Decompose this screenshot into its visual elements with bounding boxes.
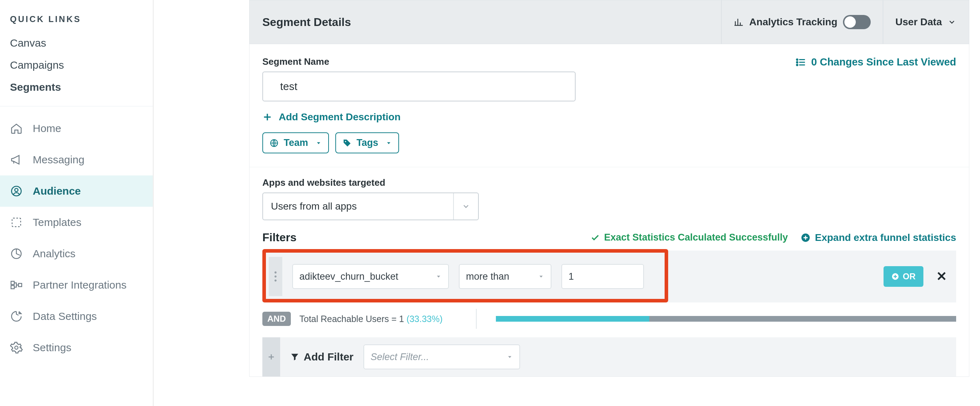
remove-filter-button[interactable]: ✕: [933, 269, 950, 284]
svg-point-15: [274, 275, 277, 278]
tags-dropdown[interactable]: Tags: [335, 132, 399, 153]
nav-analytics[interactable]: Analytics: [0, 238, 153, 270]
primary-nav: Home Messaging Audience Templates Analyt…: [0, 113, 153, 363]
nav-messaging[interactable]: Messaging: [0, 144, 153, 175]
filter-operator-select[interactable]: more than: [459, 264, 551, 289]
team-dropdown[interactable]: Team: [262, 132, 329, 153]
reach-percent: (33.33%): [407, 314, 442, 324]
nav-audience-label: Audience: [33, 185, 81, 197]
toggle-switch[interactable]: [843, 15, 871, 29]
filter-value-input[interactable]: [562, 264, 644, 289]
add-filter-row: Add Filter Select Filter...: [262, 337, 956, 376]
svg-point-7: [15, 346, 18, 349]
apps-targeted-caret[interactable]: [453, 193, 478, 220]
caret-down-icon: [507, 354, 513, 360]
changes-since-viewed-text: 0 Changes Since Last Viewed: [811, 56, 956, 68]
tag-icon: [342, 138, 352, 147]
nav-audience[interactable]: Audience: [0, 175, 153, 207]
add-filter-text: Add Filter: [304, 351, 353, 363]
expand-funnel-stats-text: Expand extra funnel statistics: [815, 232, 956, 243]
filter-attribute-select[interactable]: adikteev_churn_bucket: [292, 264, 449, 289]
nav-home[interactable]: Home: [0, 113, 153, 144]
changes-since-viewed-link[interactable]: 0 Changes Since Last Viewed: [795, 56, 956, 68]
add-filter-placeholder: Select Filter...: [371, 352, 429, 363]
plus-icon: [262, 112, 272, 122]
plus-circle-icon: [891, 273, 899, 281]
globe-icon: [269, 138, 279, 147]
add-segment-description-label: Add Segment Description: [279, 111, 401, 123]
nav-templates[interactable]: Templates: [0, 207, 153, 238]
analytics-icon: [10, 247, 23, 260]
stats-status-text: Exact Statistics Calculated Successfully: [604, 232, 788, 243]
nav-settings-label: Settings: [33, 342, 71, 354]
user-data-dropdown[interactable]: User Data: [895, 16, 956, 28]
svg-rect-2: [12, 218, 21, 227]
caret-down-icon: [538, 273, 544, 280]
svg-rect-5: [11, 286, 14, 289]
add-segment-description-button[interactable]: Add Segment Description: [262, 111, 401, 123]
reach-bar: [496, 316, 956, 322]
data-settings-icon: [10, 310, 23, 323]
svg-point-1: [15, 189, 18, 192]
reach-bar-fill: [496, 316, 649, 322]
templates-icon: [10, 216, 23, 229]
sidebar: QUICK LINKS Canvas Campaigns Segments Ho…: [0, 0, 154, 406]
and-badge: AND: [262, 312, 291, 326]
filter-attribute-value: adikteev_churn_bucket: [299, 271, 398, 282]
svg-point-12: [345, 141, 346, 142]
add-or-button[interactable]: OR: [883, 266, 923, 287]
stats-status: Exact Statistics Calculated Successfully: [590, 232, 788, 243]
nav-data-settings[interactable]: Data Settings: [0, 301, 153, 332]
and-stats-row: AND Total Reachable Users = 1 (33.33%): [262, 309, 956, 329]
audience-icon: [10, 185, 23, 197]
funnel-icon: [290, 352, 299, 362]
list-icon: [795, 57, 806, 68]
svg-point-10: [796, 64, 798, 65]
chevron-down-icon: [462, 202, 470, 211]
svg-rect-6: [19, 284, 22, 287]
quick-link-segments[interactable]: Segments: [0, 76, 153, 98]
svg-rect-4: [11, 281, 14, 285]
segment-name-input[interactable]: [262, 71, 576, 102]
svg-point-14: [274, 271, 277, 274]
add-filter-tile[interactable]: [262, 337, 280, 376]
analytics-tracking-toggle[interactable]: Analytics Tracking: [733, 15, 871, 29]
plus-circle-icon: [800, 233, 811, 243]
svg-point-9: [796, 62, 798, 63]
header-bar: Segment Details Analytics Tracking User …: [249, 0, 969, 44]
quick-link-campaigns[interactable]: Campaigns: [0, 54, 153, 76]
nav-analytics-label: Analytics: [33, 247, 75, 260]
expand-funnel-stats-button[interactable]: Expand extra funnel statistics: [800, 232, 956, 243]
panel-divider: [250, 167, 969, 167]
add-filter-label: Add Filter: [290, 351, 353, 363]
apps-targeted-select[interactable]: Users from all apps: [262, 192, 479, 220]
bar-separator: [476, 309, 477, 329]
svg-point-16: [274, 280, 277, 282]
svg-point-8: [796, 59, 798, 60]
nav-home-label: Home: [33, 122, 61, 135]
quick-links: Canvas Campaigns Segments: [0, 32, 153, 98]
nav-partner-integrations[interactable]: Partner Integrations: [0, 270, 153, 301]
caret-down-icon: [385, 140, 392, 146]
add-filter-select[interactable]: Select Filter...: [363, 344, 520, 370]
analytics-tracking-label: Analytics Tracking: [749, 16, 837, 28]
filter-row: adikteev_churn_bucket more than OR ✕: [262, 251, 956, 303]
page-title: Segment Details: [262, 16, 351, 29]
drag-handle[interactable]: [269, 257, 282, 296]
quick-link-canvas[interactable]: Canvas: [0, 32, 153, 54]
apps-targeted-value: Users from all apps: [263, 201, 453, 212]
megaphone-icon: [10, 153, 23, 166]
nav-settings[interactable]: Settings: [0, 332, 153, 363]
main: Segment Details Analytics Tracking User …: [154, 0, 980, 406]
nav-data-settings-label: Data Settings: [33, 310, 97, 322]
chevron-down-icon: [948, 18, 956, 26]
drag-dots-icon: [274, 270, 277, 282]
total-reachable-users: Total Reachable Users = 1 (33.33%): [299, 314, 442, 324]
header-separator: [721, 0, 722, 44]
segment-name-label: Segment Name: [262, 56, 576, 67]
bar-chart-icon: [733, 17, 744, 27]
gear-icon: [10, 341, 23, 354]
reach-value: 1: [399, 314, 404, 324]
quick-links-title: QUICK LINKS: [0, 14, 153, 32]
filter-operator-value: more than: [466, 271, 509, 282]
